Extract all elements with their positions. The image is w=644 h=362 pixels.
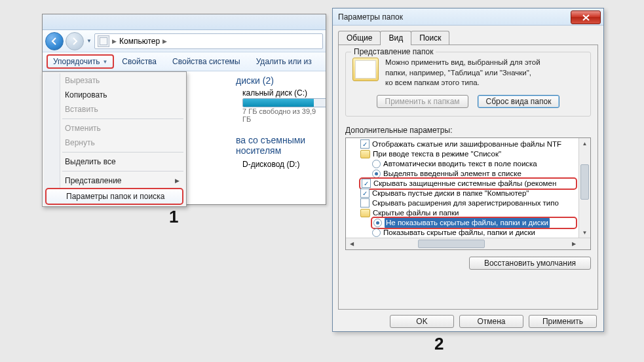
menu-copy[interactable]: Копировать [44,88,185,102]
menu-undo[interactable]: Отменить [44,121,185,136]
address-bar[interactable]: ▶ Компьютер ▶ [94,33,323,49]
menu-separator [62,171,183,172]
drive-d-label: D-дисковод (D:) [242,160,299,169]
drive-d-row[interactable]: D-дисковод (D:) [242,160,323,169]
radio-icon[interactable] [372,160,381,168]
dialog-tabs: Общие Вид Поиск [333,26,603,45]
explorer-content: диски (2) кальный диск (C:) 7 ГБ свободн… [236,75,323,170]
tab-panel-view: Представление папок Можно применить вид,… [338,45,598,310]
drive-c-row[interactable]: кальный диск (C:) [242,88,323,98]
tab-general[interactable]: Общие [338,31,381,45]
scroll-thumb[interactable] [418,240,485,248]
close-button[interactable] [571,10,601,24]
horizontal-scrollbar[interactable]: ◀ ▶ [346,238,590,249]
toolbar-remove[interactable]: Удалить или из [248,57,320,66]
radio-icon[interactable] [373,219,382,227]
menu-paste[interactable]: Вставить [44,102,185,117]
breadcrumb-root[interactable]: Компьютер [119,37,160,46]
tree-item[interactable]: При вводе текста в режиме "Список" [349,149,577,159]
callout-label-1: 1 [169,207,178,227]
drive-c-free-text: 7 ГБ свободно из 39,9 ГБ [242,107,323,123]
scroll-right-icon[interactable]: ▶ [568,238,579,249]
tree-item[interactable]: ✓Скрывать пустые диски в папке "Компьюте… [349,189,577,198]
nav-history-dropdown[interactable]: ▼ [86,33,92,49]
scroll-thumb[interactable] [580,164,589,200]
drive-c-usage-bar [242,98,326,107]
tree-item[interactable]: Показывать скрытые файлы, папки и диски [349,228,577,238]
checkbox-icon[interactable]: ✓ [362,179,371,188]
radio-icon[interactable] [372,170,381,178]
section-removable: ва со съемными носителям [236,135,323,156]
chevron-down-icon: ▼ [102,59,107,65]
chevron-right-icon: ▶ [175,177,180,184]
dialog-title: Параметры папок [338,12,403,22]
close-icon [582,14,590,21]
dialog-buttons: OK Отмена Применить [333,315,603,335]
breadcrumb-sep-icon: ▶ [112,38,117,45]
menu-separator [62,118,183,119]
folder-presentation-group: Представление папок Можно применить вид,… [345,52,591,117]
menu-select-all[interactable]: Выделить все [44,154,185,169]
folder-icon [360,150,370,158]
section-hdd: диски (2) [236,75,323,86]
dialog-titlebar: Параметры папок [333,9,603,26]
menu-separator [62,152,183,153]
tree-item[interactable]: Скрывать расширения для зарегистрированн… [349,198,577,208]
folder-icon [352,58,379,81]
toolbar-properties[interactable]: Свойства [114,57,164,66]
drive-c-label: кальный диск (C:) [242,88,307,98]
presentation-text: Можно применить вид, выбранный для этой … [385,58,540,88]
tree-item[interactable]: ✓Отображать сжатые или зашифрованные фай… [349,139,577,149]
menu-folder-options[interactable]: Параметры папок и поиска [45,188,183,205]
explorer-titlebar [43,14,326,30]
menu-cut[interactable]: Вырезать [44,73,185,88]
group-legend: Представление папок [351,47,436,56]
advanced-settings-tree[interactable]: ✓Отображать сжатые или зашифрованные фай… [345,137,591,250]
radio-icon[interactable] [372,228,381,237]
tree-item-hide-protected[interactable]: ✓Скрывать защищенные системные файлы (ре… [349,179,577,189]
scroll-left-icon[interactable]: ◀ [346,238,357,249]
computer-icon [98,35,109,47]
scroll-down-icon[interactable]: ▼ [579,227,590,238]
folder-icon [360,209,370,217]
callout-label-2: 2 [434,334,444,354]
restore-defaults-button[interactable]: Восстановить умолчания [469,257,591,270]
reset-folders-button[interactable]: Сброс вида папок [478,95,560,108]
tree-item-dont-show-hidden[interactable]: Не показывать скрытые файлы, папки и дис… [349,218,577,228]
scroll-up-icon[interactable]: ▲ [579,138,590,149]
organize-menu: Вырезать Копировать Вставить Отменить Ве… [42,71,187,207]
checkbox-icon[interactable] [360,198,369,208]
apply-to-folders-button[interactable]: Применить к папкам [377,95,468,108]
tab-search[interactable]: Поиск [411,31,449,45]
toolbar-system-properties[interactable]: Свойства системы [164,57,248,66]
breadcrumb-sep-icon: ▶ [162,38,167,45]
organize-button[interactable]: Упорядочить ▼ [47,54,114,69]
menu-view[interactable]: Представление▶ [44,173,185,188]
nav-forward-button[interactable] [66,32,84,50]
cancel-button[interactable]: Отмена [459,315,523,328]
ok-button[interactable]: OK [390,315,454,328]
explorer-toolbar: Упорядочить ▼ Свойства Свойства системы … [43,52,326,71]
organize-label: Упорядочить [53,57,100,66]
advanced-label: Дополнительные параметры: [345,126,591,135]
checkbox-icon[interactable]: ✓ [360,189,369,198]
tree-item[interactable]: Автоматически вводить текст в поле поиск… [349,159,577,169]
apply-button[interactable]: Применить [529,315,597,328]
nav-back-button[interactable] [45,32,64,50]
folder-options-dialog: Параметры папок Общие Вид Поиск Представ… [332,8,604,332]
menu-redo[interactable]: Вернуть [44,136,185,150]
checkbox-icon[interactable]: ✓ [360,139,369,149]
explorer-navbar: ▼ ▶ Компьютер ▶ [43,30,326,52]
tab-view[interactable]: Вид [380,31,411,45]
vertical-scrollbar[interactable]: ▲ ▼ [578,138,590,238]
